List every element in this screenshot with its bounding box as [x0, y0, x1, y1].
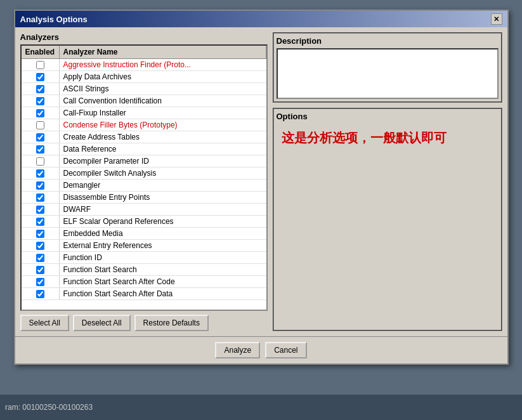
analyzer-name: Aggressive Instruction Finder (Proto... [60, 59, 266, 70]
analyzer-checkbox[interactable] [36, 85, 44, 93]
checkbox-cell[interactable] [22, 95, 60, 107]
dialog-body: Analyzers Enabled Analyzer Name Aggressi… [15, 27, 507, 336]
description-box [277, 48, 499, 99]
analyzer-name: Data Reference [60, 143, 266, 155]
analyzer-checkbox[interactable] [36, 61, 44, 69]
table-header: Enabled Analyzer Name [22, 46, 266, 59]
analyzer-name: DWARF [60, 204, 266, 215]
analyzer-checkbox[interactable] [36, 278, 44, 286]
checkbox-cell[interactable] [22, 204, 60, 215]
analyzer-name: Decompiler Parameter ID [60, 155, 266, 167]
options-content: 这是分析选项，一般默认即可 [277, 124, 499, 152]
table-row[interactable]: Function Start Search [22, 264, 266, 276]
checkbox-cell[interactable] [22, 59, 60, 70]
analyzer-name: Disassemble Entry Points [60, 192, 266, 203]
analyzers-table-container: Enabled Analyzer Name Aggressive Instruc… [20, 44, 268, 311]
table-row[interactable]: Create Address Tables [22, 131, 266, 143]
table-row[interactable]: Disassemble Entry Points [22, 192, 266, 204]
analyzer-checkbox[interactable] [36, 266, 44, 274]
table-row[interactable]: Apply Data Archives [22, 71, 266, 83]
options-section: Options 这是分析选项，一般默认即可 [273, 108, 502, 331]
table-body[interactable]: Aggressive Instruction Finder (Proto...A… [22, 59, 266, 300]
checkbox-cell[interactable] [22, 264, 60, 275]
checkbox-cell[interactable] [22, 276, 60, 287]
checkbox-cell[interactable] [22, 119, 60, 131]
checkbox-cell[interactable] [22, 228, 60, 239]
analyzer-name: Function ID [60, 252, 266, 263]
analyzer-checkbox[interactable] [36, 109, 44, 117]
table-row[interactable]: Function ID [22, 252, 266, 264]
options-title: Options [277, 112, 499, 121]
table-row[interactable]: Function Start Search After Data [22, 288, 266, 300]
analysis-options-dialog: Analysis Options ✕ Analyzers Enabled Ana… [14, 10, 509, 365]
analyzer-checkbox[interactable] [36, 181, 44, 190]
col-name-header: Analyzer Name [60, 46, 266, 58]
analyzer-checkbox[interactable] [36, 157, 44, 166]
analyze-button[interactable]: Analyze [215, 342, 260, 358]
checkbox-cell[interactable] [22, 216, 60, 227]
analyzer-checkbox[interactable] [36, 145, 44, 154]
analyzer-checkbox[interactable] [36, 194, 44, 202]
description-section: Description [273, 32, 502, 103]
analyzer-name: Call Convention Identification [60, 95, 266, 107]
analyzer-name: Call-Fixup Installer [60, 107, 266, 119]
table-row[interactable]: Call Convention Identification [22, 95, 266, 107]
checkbox-cell[interactable] [22, 167, 60, 179]
table-row[interactable]: Data Reference [22, 143, 266, 155]
checkbox-cell[interactable] [22, 71, 60, 82]
table-row[interactable]: Function Start Search After Code [22, 276, 266, 288]
table-row[interactable]: ASCII Strings [22, 83, 266, 95]
analyzer-checkbox[interactable] [36, 254, 44, 262]
table-row[interactable]: Aggressive Instruction Finder (Proto... [22, 59, 266, 71]
checkbox-cell[interactable] [22, 288, 60, 299]
checkbox-cell[interactable] [22, 192, 60, 203]
table-row[interactable]: ELF Scalar Operand References [22, 216, 266, 228]
analyzer-name: ASCII Strings [60, 83, 266, 95]
table-row[interactable]: Decompiler Switch Analysis [22, 167, 266, 180]
bottom-bar-text: ram: 00100250-00100263 [5, 403, 93, 412]
analyzer-checkbox[interactable] [36, 121, 44, 129]
analyzers-title: Analyzers [20, 32, 268, 42]
dialog-overlay: Analysis Options ✕ Analyzers Enabled Ana… [0, 0, 522, 420]
analyzer-checkbox[interactable] [36, 242, 44, 250]
checkbox-cell[interactable] [22, 155, 60, 167]
analyzer-checkbox[interactable] [36, 218, 44, 226]
checkbox-cell[interactable] [22, 143, 60, 155]
dialog-footer: Analyze Cancel [15, 336, 507, 364]
analyzer-name: Embedded Media [60, 228, 266, 239]
right-panel: Description Options 这是分析选项，一般默认即可 [273, 32, 502, 331]
checkbox-cell[interactable] [22, 107, 60, 119]
deselect-all-button[interactable]: Deselect All [73, 315, 131, 331]
col-enabled-header: Enabled [22, 46, 60, 58]
table-row[interactable]: Call-Fixup Installer [22, 107, 266, 119]
select-all-button[interactable]: Select All [20, 315, 69, 331]
table-row[interactable]: Demangler [22, 180, 266, 192]
analyze-label: Analyze [224, 346, 251, 355]
analyzer-name: Function Start Search [60, 264, 266, 275]
analyzer-checkbox[interactable] [36, 133, 44, 141]
restore-defaults-button[interactable]: Restore Defaults [134, 315, 209, 331]
analyzer-checkbox[interactable] [36, 73, 44, 81]
table-row[interactable]: Condense Filler Bytes (Prototype) [22, 119, 266, 131]
checkbox-cell[interactable] [22, 131, 60, 143]
analyzer-name: ELF Scalar Operand References [60, 216, 266, 227]
analyzer-checkbox[interactable] [36, 97, 44, 105]
checkbox-cell[interactable] [22, 252, 60, 263]
cancel-button[interactable]: Cancel [265, 342, 306, 358]
analyzer-checkbox[interactable] [36, 230, 44, 238]
table-row[interactable]: Decompiler Parameter ID [22, 155, 266, 167]
analyzer-checkbox[interactable] [36, 206, 44, 214]
description-title: Description [277, 36, 499, 46]
analyzer-name: Decompiler Switch Analysis [60, 167, 266, 179]
close-button[interactable]: ✕ [491, 13, 502, 25]
table-row[interactable]: Embedded Media [22, 228, 266, 240]
table-row[interactable]: External Entry References [22, 240, 266, 252]
dialog-title: Analysis Options [20, 15, 88, 24]
analyzer-checkbox[interactable] [36, 290, 44, 298]
analyzer-checkbox[interactable] [36, 169, 44, 178]
checkbox-cell[interactable] [22, 240, 60, 251]
checkbox-cell[interactable] [22, 83, 60, 95]
dialog-titlebar: Analysis Options ✕ [15, 11, 507, 27]
table-row[interactable]: DWARF [22, 204, 266, 216]
checkbox-cell[interactable] [22, 180, 60, 191]
